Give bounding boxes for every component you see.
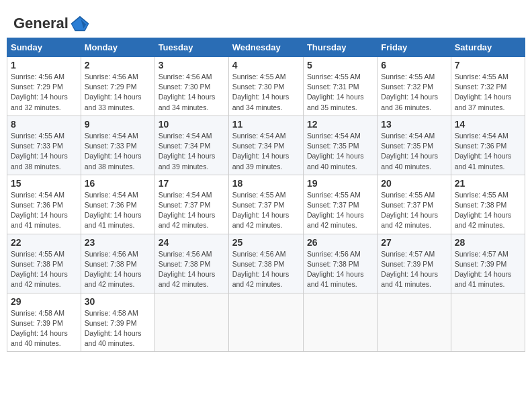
- day-info: Sunrise: 4:57 AMSunset: 7:39 PMDaylight:…: [381, 249, 447, 290]
- day-info: Sunrise: 4:58 AMSunset: 7:39 PMDaylight:…: [85, 308, 151, 349]
- day-info: Sunrise: 4:54 AMSunset: 7:36 PMDaylight:…: [455, 131, 521, 172]
- day-number: 25: [232, 237, 300, 248]
- calendar-cell: 10Sunrise: 4:54 AMSunset: 7:34 PMDayligh…: [154, 116, 228, 175]
- page-header: General: [7, 7, 525, 38]
- day-number: 2: [85, 60, 151, 71]
- day-number: 13: [381, 119, 447, 130]
- day-number: 16: [85, 178, 151, 189]
- day-info: Sunrise: 4:54 AMSunset: 7:34 PMDaylight:…: [232, 131, 300, 172]
- calendar-week-4: 22Sunrise: 4:55 AMSunset: 7:38 PMDayligh…: [7, 234, 525, 293]
- day-number: 10: [159, 119, 225, 130]
- calendar-cell: 1Sunrise: 4:56 AMSunset: 7:29 PMDaylight…: [7, 57, 81, 116]
- calendar-cell: 11Sunrise: 4:54 AMSunset: 7:34 PMDayligh…: [228, 116, 303, 175]
- day-number: 18: [232, 178, 300, 189]
- day-number: 21: [455, 178, 521, 189]
- calendar-cell: 7Sunrise: 4:55 AMSunset: 7:32 PMDaylight…: [451, 57, 525, 116]
- calendar-cell: 25Sunrise: 4:56 AMSunset: 7:38 PMDayligh…: [228, 234, 303, 293]
- day-number: 26: [307, 237, 373, 248]
- calendar-cell: 4Sunrise: 4:55 AMSunset: 7:30 PMDaylight…: [228, 57, 303, 116]
- calendar-cell: 2Sunrise: 4:56 AMSunset: 7:29 PMDaylight…: [81, 57, 154, 116]
- day-info: Sunrise: 4:56 AMSunset: 7:29 PMDaylight:…: [85, 72, 151, 113]
- day-number: 23: [85, 237, 151, 248]
- day-header-friday: Friday: [378, 38, 451, 57]
- logo: General: [13, 13, 90, 31]
- day-header-monday: Monday: [81, 38, 154, 57]
- day-info: Sunrise: 4:56 AMSunset: 7:38 PMDaylight:…: [307, 249, 373, 290]
- day-info: Sunrise: 4:54 AMSunset: 7:37 PMDaylight:…: [159, 190, 225, 231]
- day-info: Sunrise: 4:55 AMSunset: 7:32 PMDaylight:…: [381, 72, 447, 113]
- calendar-cell: 18Sunrise: 4:55 AMSunset: 7:37 PMDayligh…: [228, 175, 303, 234]
- logo-icon: [70, 13, 90, 34]
- day-number: 9: [85, 119, 151, 130]
- calendar-cell: 28Sunrise: 4:57 AMSunset: 7:39 PMDayligh…: [451, 234, 525, 293]
- day-info: Sunrise: 4:55 AMSunset: 7:31 PMDaylight:…: [307, 72, 373, 113]
- day-number: 28: [455, 237, 521, 248]
- day-info: Sunrise: 4:54 AMSunset: 7:35 PMDaylight:…: [381, 131, 447, 172]
- day-info: Sunrise: 4:56 AMSunset: 7:38 PMDaylight:…: [232, 249, 300, 290]
- day-number: 12: [307, 119, 373, 130]
- calendar-cell: 16Sunrise: 4:54 AMSunset: 7:36 PMDayligh…: [81, 175, 154, 234]
- day-number: 7: [455, 60, 521, 71]
- day-number: 15: [11, 178, 77, 189]
- calendar-cell: 13Sunrise: 4:54 AMSunset: 7:35 PMDayligh…: [378, 116, 451, 175]
- calendar-cell: 26Sunrise: 4:56 AMSunset: 7:38 PMDayligh…: [303, 234, 377, 293]
- day-info: Sunrise: 4:54 AMSunset: 7:36 PMDaylight:…: [11, 190, 77, 231]
- day-info: Sunrise: 4:55 AMSunset: 7:38 PMDaylight:…: [455, 190, 521, 231]
- calendar-cell: 14Sunrise: 4:54 AMSunset: 7:36 PMDayligh…: [451, 116, 525, 175]
- day-header-sunday: Sunday: [7, 38, 81, 57]
- day-info: Sunrise: 4:54 AMSunset: 7:33 PMDaylight:…: [85, 131, 151, 172]
- day-number: 8: [11, 119, 77, 130]
- day-info: Sunrise: 4:55 AMSunset: 7:32 PMDaylight:…: [455, 72, 521, 113]
- calendar-cell: 6Sunrise: 4:55 AMSunset: 7:32 PMDaylight…: [378, 57, 451, 116]
- day-info: Sunrise: 4:56 AMSunset: 7:38 PMDaylight:…: [85, 249, 151, 290]
- calendar-cell: [451, 293, 525, 352]
- day-info: Sunrise: 4:54 AMSunset: 7:34 PMDaylight:…: [159, 131, 225, 172]
- day-number: 27: [381, 237, 447, 248]
- day-info: Sunrise: 4:55 AMSunset: 7:38 PMDaylight:…: [11, 249, 77, 290]
- calendar-cell: 5Sunrise: 4:55 AMSunset: 7:31 PMDaylight…: [303, 57, 377, 116]
- calendar-cell: 3Sunrise: 4:56 AMSunset: 7:30 PMDaylight…: [154, 57, 228, 116]
- calendar-cell: 23Sunrise: 4:56 AMSunset: 7:38 PMDayligh…: [81, 234, 154, 293]
- day-number: 20: [381, 178, 447, 189]
- day-number: 19: [307, 178, 373, 189]
- day-number: 22: [11, 237, 77, 248]
- calendar-cell: 24Sunrise: 4:56 AMSunset: 7:38 PMDayligh…: [154, 234, 228, 293]
- day-info: Sunrise: 4:56 AMSunset: 7:29 PMDaylight:…: [11, 72, 77, 113]
- day-number: 6: [381, 60, 447, 71]
- day-number: 14: [455, 119, 521, 130]
- day-info: Sunrise: 4:56 AMSunset: 7:30 PMDaylight:…: [159, 72, 225, 113]
- day-number: 4: [232, 60, 300, 71]
- calendar-table: SundayMondayTuesdayWednesdayThursdayFrid…: [7, 38, 525, 352]
- calendar-week-5: 29Sunrise: 4:58 AMSunset: 7:39 PMDayligh…: [7, 293, 525, 352]
- calendar-cell: [303, 293, 377, 352]
- calendar-week-2: 8Sunrise: 4:55 AMSunset: 7:33 PMDaylight…: [7, 116, 525, 175]
- calendar-cell: 30Sunrise: 4:58 AMSunset: 7:39 PMDayligh…: [81, 293, 154, 352]
- day-info: Sunrise: 4:57 AMSunset: 7:39 PMDaylight:…: [455, 249, 521, 290]
- day-info: Sunrise: 4:55 AMSunset: 7:30 PMDaylight:…: [232, 72, 300, 113]
- day-header-saturday: Saturday: [451, 38, 525, 57]
- day-info: Sunrise: 4:55 AMSunset: 7:37 PMDaylight:…: [232, 190, 300, 231]
- day-info: Sunrise: 4:54 AMSunset: 7:36 PMDaylight:…: [85, 190, 151, 231]
- calendar-week-3: 15Sunrise: 4:54 AMSunset: 7:36 PMDayligh…: [7, 175, 525, 234]
- day-info: Sunrise: 4:58 AMSunset: 7:39 PMDaylight:…: [11, 308, 77, 349]
- day-number: 29: [11, 296, 77, 307]
- calendar-cell: 15Sunrise: 4:54 AMSunset: 7:36 PMDayligh…: [7, 175, 81, 234]
- day-header-thursday: Thursday: [303, 38, 377, 57]
- day-header-wednesday: Wednesday: [228, 38, 303, 57]
- day-number: 24: [159, 237, 225, 248]
- calendar-cell: [154, 293, 228, 352]
- calendar-cell: 29Sunrise: 4:58 AMSunset: 7:39 PMDayligh…: [7, 293, 81, 352]
- calendar-cell: 12Sunrise: 4:54 AMSunset: 7:35 PMDayligh…: [303, 116, 377, 175]
- calendar-header-row: SundayMondayTuesdayWednesdayThursdayFrid…: [7, 38, 525, 57]
- day-number: 3: [159, 60, 225, 71]
- day-info: Sunrise: 4:55 AMSunset: 7:37 PMDaylight:…: [307, 190, 373, 231]
- calendar-cell: 20Sunrise: 4:55 AMSunset: 7:37 PMDayligh…: [378, 175, 451, 234]
- calendar-cell: 9Sunrise: 4:54 AMSunset: 7:33 PMDaylight…: [81, 116, 154, 175]
- calendar-cell: 17Sunrise: 4:54 AMSunset: 7:37 PMDayligh…: [154, 175, 228, 234]
- day-header-tuesday: Tuesday: [154, 38, 228, 57]
- calendar-cell: 22Sunrise: 4:55 AMSunset: 7:38 PMDayligh…: [7, 234, 81, 293]
- calendar-cell: 21Sunrise: 4:55 AMSunset: 7:38 PMDayligh…: [451, 175, 525, 234]
- logo-general: General: [13, 15, 69, 32]
- day-number: 5: [307, 60, 373, 71]
- calendar-week-1: 1Sunrise: 4:56 AMSunset: 7:29 PMDaylight…: [7, 57, 525, 116]
